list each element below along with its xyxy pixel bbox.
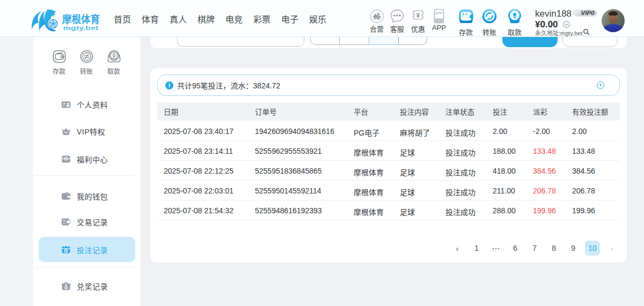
svg-text:¥: ¥ — [416, 12, 420, 19]
svg-text:mgty.bet: mgty.bet — [63, 25, 99, 31]
svg-text:¥: ¥ — [65, 249, 67, 252]
svg-text:兑: 兑 — [65, 286, 68, 290]
svg-text:APP: APP — [435, 11, 443, 15]
svg-text:摩根体育: 摩根体育 — [62, 13, 100, 25]
svg-text:VIP0: VIP0 — [581, 10, 595, 16]
